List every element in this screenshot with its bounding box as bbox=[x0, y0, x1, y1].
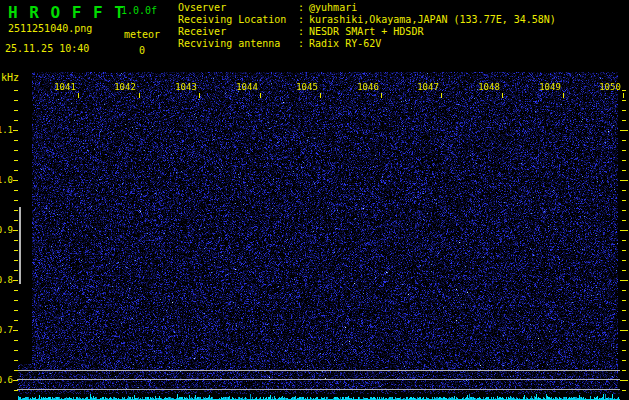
time-tick bbox=[441, 93, 442, 98]
freq-minor-tick-right bbox=[622, 360, 626, 361]
freq-minor-tick-left bbox=[14, 140, 18, 141]
freq-major-tick-right bbox=[620, 330, 628, 331]
freq-major-tick-right bbox=[620, 230, 628, 231]
freq-minor-tick-left bbox=[14, 240, 18, 241]
freq-minor-tick-left bbox=[14, 300, 18, 301]
time-tick-label: 1048 bbox=[472, 82, 506, 92]
freq-minor-tick-left bbox=[14, 220, 18, 221]
info-label: Receiver bbox=[178, 26, 298, 38]
info-colon: : bbox=[298, 26, 304, 37]
time-tick bbox=[381, 93, 382, 98]
time-tick-label: 1049 bbox=[533, 82, 567, 92]
freq-minor-tick-right bbox=[622, 110, 626, 111]
freq-minor-tick-right bbox=[622, 120, 626, 121]
freq-minor-tick-left bbox=[14, 210, 18, 211]
time-tick-label: 1045 bbox=[290, 82, 324, 92]
freq-minor-tick-right bbox=[622, 190, 626, 191]
freq-minor-tick-right bbox=[622, 370, 626, 371]
output-filename: 2511251040.png bbox=[8, 23, 92, 35]
freq-minor-tick-right bbox=[622, 350, 626, 351]
freq-minor-tick-right bbox=[622, 210, 626, 211]
freq-minor-tick-left bbox=[14, 320, 18, 321]
info-row-receiver: Receiver:NESDR SMArt + HDSDR bbox=[178, 26, 556, 38]
freq-axis-unit-label: kHz bbox=[1, 72, 19, 84]
freq-tick-label: 0.9 bbox=[0, 225, 13, 236]
freq-major-tick-right bbox=[620, 280, 628, 281]
freq-minor-tick-left bbox=[14, 150, 18, 151]
level-reference-line bbox=[17, 379, 620, 380]
freq-major-tick-left bbox=[13, 130, 18, 131]
freq-minor-tick-left bbox=[14, 110, 18, 111]
info-value: @yuhmari bbox=[309, 2, 357, 13]
freq-minor-tick-right bbox=[622, 140, 626, 141]
freq-minor-tick-left bbox=[14, 290, 18, 291]
level-reference-line bbox=[17, 370, 620, 371]
freq-tick-label: 0.7 bbox=[0, 325, 13, 336]
time-tick bbox=[502, 93, 503, 98]
freq-major-tick-right bbox=[620, 380, 628, 381]
freq-minor-tick-right bbox=[622, 200, 626, 201]
freq-minor-tick-left bbox=[14, 120, 18, 121]
freq-minor-tick-left bbox=[14, 310, 18, 311]
freq-minor-tick-left bbox=[14, 260, 18, 261]
frame-datetime: 25.11.25 10:40 bbox=[5, 43, 89, 55]
freq-minor-tick-right bbox=[622, 170, 626, 171]
freq-minor-tick-right bbox=[622, 240, 626, 241]
freq-major-tick-left bbox=[13, 330, 18, 331]
info-row-antenna: Recviving antenna:Radix RY-62V bbox=[178, 38, 556, 50]
time-tick-label: 1044 bbox=[230, 82, 264, 92]
time-tick-label: 1046 bbox=[351, 82, 385, 92]
station-info-block: Ovserver:@yuhmari Receiving Location:kur… bbox=[178, 2, 556, 50]
time-tick-label: 1041 bbox=[48, 82, 82, 92]
info-value: kurashiki,Okayama,JAPAN (133.77E, 34.58N… bbox=[309, 14, 556, 25]
info-colon: : bbox=[298, 38, 304, 49]
info-value: NESDR SMArt + HDSDR bbox=[309, 26, 423, 37]
freq-major-tick-left bbox=[13, 230, 18, 231]
signal-level-strip-canvas bbox=[18, 390, 620, 400]
freq-major-tick-right bbox=[620, 180, 628, 181]
level-reference-line bbox=[17, 389, 620, 390]
hrofft-screen: H R O F F T 1.0.0f 2511251040.png meteor… bbox=[0, 0, 629, 400]
info-label: Recviving antenna bbox=[178, 38, 298, 50]
freq-minor-tick-right bbox=[622, 320, 626, 321]
freq-minor-tick-left bbox=[14, 340, 18, 341]
freq-major-tick-left bbox=[13, 180, 18, 181]
meteor-count-value: 0 bbox=[139, 45, 145, 57]
time-tick-label: 1043 bbox=[169, 82, 203, 92]
time-tick-label: 1047 bbox=[411, 82, 445, 92]
time-tick bbox=[78, 93, 79, 98]
freq-major-tick-left bbox=[13, 380, 18, 381]
freq-minor-tick-left bbox=[14, 350, 18, 351]
time-tick-label: 1042 bbox=[108, 82, 142, 92]
app-title: H R O F F T bbox=[8, 3, 125, 22]
freq-minor-tick-right bbox=[622, 310, 626, 311]
info-row-observer: Ovserver:@yuhmari bbox=[178, 2, 556, 14]
info-value: Radix RY-62V bbox=[309, 38, 381, 49]
freq-major-tick-left bbox=[13, 280, 18, 281]
freq-minor-tick-right bbox=[622, 260, 626, 261]
time-tick bbox=[139, 93, 140, 98]
freq-minor-tick-right bbox=[622, 300, 626, 301]
freq-minor-tick-right bbox=[622, 290, 626, 291]
freq-minor-tick-left bbox=[14, 170, 18, 171]
freq-minor-tick-right bbox=[622, 250, 626, 251]
freq-minor-tick-right bbox=[622, 390, 626, 391]
freq-minor-tick-left bbox=[14, 370, 18, 371]
freq-minor-tick-left bbox=[14, 90, 18, 91]
freq-minor-tick-right bbox=[622, 90, 626, 91]
freq-minor-tick-left bbox=[14, 190, 18, 191]
meteor-counter-label: meteor bbox=[124, 29, 160, 41]
time-tick bbox=[623, 93, 624, 98]
freq-minor-tick-right bbox=[622, 220, 626, 221]
info-label: Receiving Location bbox=[178, 14, 298, 26]
freq-minor-tick-left bbox=[14, 100, 18, 101]
freq-tick-label: 1.1 bbox=[0, 125, 13, 136]
freq-minor-tick-right bbox=[622, 160, 626, 161]
info-label: Ovserver bbox=[178, 2, 298, 14]
freq-minor-tick-left bbox=[14, 250, 18, 251]
time-tick bbox=[199, 93, 200, 98]
freq-minor-tick-right bbox=[622, 100, 626, 101]
freq-major-tick-right bbox=[620, 130, 628, 131]
app-version: 1.0.0f bbox=[121, 5, 157, 17]
time-tick bbox=[260, 93, 261, 98]
